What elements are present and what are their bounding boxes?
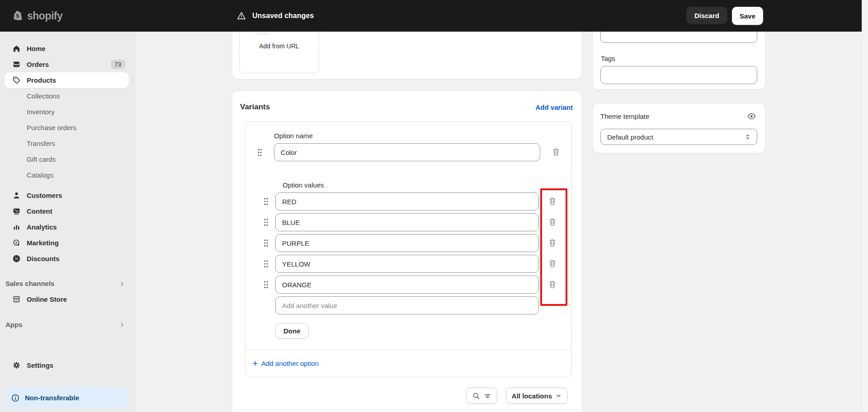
drag-handle-icon[interactable] <box>264 198 269 206</box>
shopify-logo[interactable]: S shopify <box>13 10 62 22</box>
info-icon <box>11 393 20 403</box>
sidebar-item-customers[interactable]: Customers <box>5 187 129 203</box>
add-variant-link[interactable]: Add variant <box>535 103 573 111</box>
sidebar-item-label: Online Store <box>27 295 67 303</box>
tags-label: Tags <box>601 55 757 62</box>
updown-chevron-icon <box>744 133 751 140</box>
sales-channels-header[interactable]: Sales channels <box>5 276 129 291</box>
sidebar-item-inventory[interactable]: Inventory <box>5 104 129 120</box>
status-text: Unsaved changes <box>252 12 314 20</box>
discard-button[interactable]: Discard <box>686 7 727 24</box>
discounts-icon <box>12 254 21 263</box>
all-locations-dropdown[interactable]: All locations <box>506 388 568 404</box>
option-value-input[interactable] <box>275 255 539 273</box>
delete-value-button[interactable] <box>547 279 558 290</box>
sidebar-item-catalogs[interactable]: Catalogs <box>5 167 129 183</box>
eye-icon[interactable] <box>746 111 757 122</box>
drag-handle-icon[interactable] <box>264 260 269 268</box>
sidebar-item-analytics[interactable]: Analytics <box>5 219 129 235</box>
clipped-field-input[interactable] <box>600 32 757 43</box>
warning-icon <box>236 11 246 21</box>
analytics-icon <box>12 223 21 232</box>
section-label: Sales channels <box>5 280 54 287</box>
sidebar: Home Orders 73 Products Collections Inve… <box>0 32 136 412</box>
sidebar-item-label: Products <box>27 76 56 84</box>
media-upload-button-partial[interactable] <box>255 32 270 34</box>
topbar: S shopify Unsaved changes Discard Save <box>0 0 862 32</box>
option-values-label: Option values <box>283 181 539 189</box>
sidebar-item-products[interactable]: Products <box>5 72 129 88</box>
topbar-actions: Discard Save <box>686 7 763 25</box>
add-from-url-link[interactable]: Add from URL <box>239 42 319 50</box>
sidebar-item-collections[interactable]: Collections <box>5 88 129 104</box>
delete-value-button[interactable] <box>547 196 558 207</box>
sidebar-item-label: Customers <box>27 192 62 199</box>
theme-template-select[interactable]: Default product <box>600 129 757 145</box>
media-dropzone[interactable] <box>239 32 319 73</box>
delete-value-button[interactable] <box>547 258 558 269</box>
section-label: Apps <box>5 321 23 328</box>
option-value-input[interactable] <box>275 234 539 252</box>
option-value-row-new <box>275 296 539 314</box>
tags-input[interactable] <box>600 66 757 84</box>
drag-handle-icon[interactable] <box>264 239 269 247</box>
theme-template-label: Theme template <box>600 112 649 120</box>
content-icon <box>12 207 21 216</box>
media-card: Add from URL <box>232 32 581 79</box>
filter-icon <box>484 392 491 400</box>
main-area: Add from URL Variants Add variant Option… <box>136 32 862 412</box>
option-value-input[interactable] <box>275 192 539 211</box>
option-value-input[interactable] <box>275 213 539 231</box>
non-transferable-banner[interactable]: Non-transferable <box>5 387 129 408</box>
apps-header[interactable]: Apps <box>5 317 129 332</box>
add-another-option-link[interactable]: Add another option <box>245 350 571 377</box>
drag-handle-icon[interactable] <box>264 281 269 289</box>
sidebar-item-content[interactable]: Content <box>5 203 129 219</box>
link-label: Add another option <box>261 360 319 367</box>
sidebar-item-orders[interactable]: Orders 73 <box>5 56 129 72</box>
option-name-label: Option name <box>274 132 571 140</box>
sidebar-item-transfers[interactable]: Transfers <box>5 136 129 151</box>
delete-value-button[interactable] <box>547 217 558 228</box>
sidebar-item-label: Marketing <box>27 239 59 247</box>
dropdown-label: All locations <box>512 392 552 400</box>
sidebar-item-marketing[interactable]: Marketing <box>5 235 129 251</box>
chevron-right-icon <box>119 322 125 328</box>
scrollbar-track[interactable] <box>862 0 868 412</box>
shopify-bag-icon: S <box>13 10 24 22</box>
sidebar-item-settings[interactable]: Settings <box>5 357 129 373</box>
option-value-row <box>275 213 539 231</box>
option-value-row <box>275 276 539 294</box>
sidebar-item-label: Settings <box>27 361 53 369</box>
option-name-input[interactable] <box>274 143 540 161</box>
sidebar-item-home[interactable]: Home <box>5 41 129 56</box>
store-icon <box>12 295 21 304</box>
variants-card: Variants Add variant Option name <box>232 91 581 412</box>
chevron-down-icon <box>555 393 562 399</box>
products-tag-icon <box>12 76 21 85</box>
delete-value-button[interactable] <box>547 238 558 248</box>
gear-icon <box>12 361 21 370</box>
sidebar-item-gift-cards[interactable]: Gift cards <box>5 151 129 167</box>
unsaved-changes-status: Unsaved changes <box>236 11 314 21</box>
option-value-input[interactable] <box>275 276 539 294</box>
done-button[interactable]: Done <box>275 323 309 339</box>
option-value-row <box>275 192 539 211</box>
drag-handle-icon[interactable] <box>245 149 274 156</box>
marketing-icon <box>12 239 21 248</box>
search-filter-button[interactable] <box>466 388 497 404</box>
sidebar-item-label: Orders <box>27 61 49 68</box>
sidebar-item-purchase-orders[interactable]: Purchase orders <box>5 120 129 136</box>
plus-icon <box>252 360 259 367</box>
save-button[interactable]: Save <box>732 7 763 25</box>
shopify-wordmark: shopify <box>27 10 62 22</box>
home-icon <box>12 44 21 53</box>
delete-option-button[interactable] <box>551 147 561 158</box>
sidebar-item-online-store[interactable]: Online Store <box>5 291 129 307</box>
drag-handle-icon[interactable] <box>264 219 269 226</box>
divider <box>232 410 581 410</box>
sidebar-item-discounts[interactable]: Discounts <box>5 251 129 267</box>
add-value-input[interactable] <box>275 296 539 314</box>
select-value: Default product <box>607 133 653 141</box>
variants-title: Variants <box>240 103 270 112</box>
